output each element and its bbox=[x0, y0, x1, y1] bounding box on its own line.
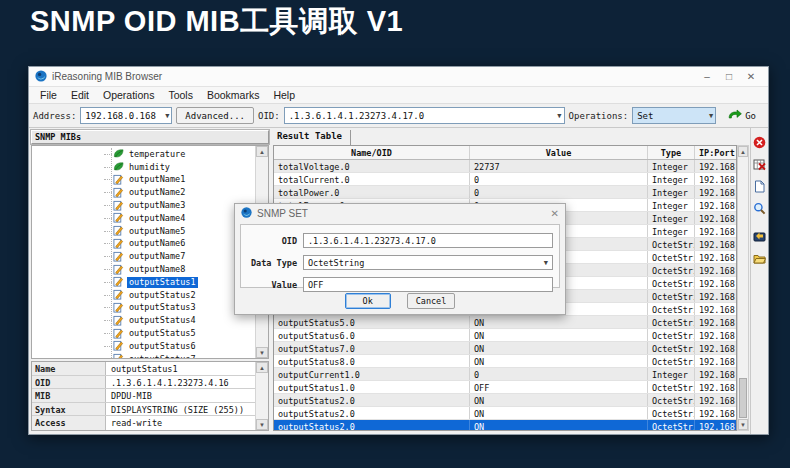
result-table-scrollbar[interactable]: ▲ ▼ bbox=[737, 145, 749, 431]
tree-item-outputStatus7[interactable]: outputStatus7 bbox=[32, 353, 255, 358]
ok-button[interactable]: Ok bbox=[345, 293, 391, 309]
cell-ip-port: 192.168.0... bbox=[695, 251, 736, 263]
tree-item-temperature[interactable]: temperature bbox=[32, 148, 255, 161]
table-row[interactable]: totalPower.00Integer192.168.0... bbox=[274, 186, 736, 199]
cell-ip-port: 192.168.0... bbox=[695, 173, 736, 185]
clear-table-icon[interactable] bbox=[753, 157, 767, 171]
tree-item-outputName4[interactable]: outputName4 bbox=[32, 212, 255, 225]
cell-type: OctetString bbox=[648, 316, 695, 328]
mib-panel-header: SNMP MIBs bbox=[31, 130, 269, 144]
table-row[interactable]: outputStatus2.0ONOctetString192.168.0... bbox=[274, 420, 736, 431]
cell-type: Integer bbox=[648, 212, 695, 224]
tree-item-outputStatus1[interactable]: outputStatus1 bbox=[32, 276, 255, 289]
column-header-nameoid[interactable]: Name/OID bbox=[274, 146, 470, 159]
go-arrows-icon bbox=[728, 109, 742, 123]
cell-name-oid: outputStatus2.0 bbox=[274, 407, 470, 419]
data-type-select[interactable]: OctetString▼ bbox=[303, 255, 553, 270]
scroll-down-icon[interactable]: ▼ bbox=[256, 419, 268, 430]
value-input[interactable]: OFF bbox=[303, 277, 553, 292]
cell-type: Integer bbox=[648, 186, 695, 198]
menu-tools[interactable]: Tools bbox=[161, 89, 200, 101]
tree-item-outputName6[interactable]: outputName6 bbox=[32, 238, 255, 251]
menu-file[interactable]: File bbox=[33, 89, 64, 101]
tree-connector bbox=[104, 282, 112, 283]
oid-combobox[interactable]: .1.3.6.1.4.1.23273.4.17.0 ▼ bbox=[284, 107, 565, 124]
table-row[interactable]: outputStatus1.0OFFOctetString192.168.0..… bbox=[274, 381, 736, 394]
menu-bookmarks[interactable]: Bookmarks bbox=[200, 89, 267, 101]
tree-item-outputName2[interactable]: outputName2 bbox=[32, 186, 255, 199]
new-document-icon[interactable] bbox=[753, 179, 767, 193]
tree-item-outputName1[interactable]: outputName1 bbox=[32, 174, 255, 187]
table-row[interactable]: outputCurrent1.00Integer192.168.0... bbox=[274, 368, 736, 381]
cell-name-oid: outputStatus1.0 bbox=[274, 381, 470, 393]
column-header-ipport[interactable]: IP:Port bbox=[695, 146, 736, 159]
table-row[interactable]: totalCurrent.00Integer192.168.0... bbox=[274, 173, 736, 186]
cell-type: Integer bbox=[648, 199, 695, 211]
side-toolbar bbox=[750, 128, 768, 434]
tree-item-label: outputStatus6 bbox=[127, 341, 198, 352]
table-row[interactable]: outputStatus6.0ONOctetString192.168.0... bbox=[274, 329, 736, 342]
table-row[interactable]: outputStatus5.0ONOctetString192.168.0... bbox=[274, 316, 736, 329]
operations-combobox[interactable]: Set ▼ bbox=[632, 107, 716, 124]
scrollbar-thumb[interactable] bbox=[739, 378, 747, 418]
detail-value: read-write bbox=[106, 416, 255, 430]
table-row[interactable]: outputStatus8.0ONOctetString192.168.0... bbox=[274, 355, 736, 368]
scroll-up-icon[interactable]: ▲ bbox=[256, 146, 268, 157]
table-row[interactable]: totalVoltage.022737Integer192.168.0... bbox=[274, 160, 736, 173]
dialog-logo-icon bbox=[241, 204, 252, 222]
detail-scrollbar[interactable]: ▲ ▼ bbox=[255, 362, 268, 430]
dialog-field-oid: OID.1.3.6.1.4.1.23273.4.17.0 bbox=[241, 233, 553, 248]
tree-item-label: outputStatus5 bbox=[127, 328, 198, 339]
export-icon[interactable] bbox=[753, 229, 767, 243]
cell-ip-port: 192.168.0... bbox=[695, 329, 736, 341]
menu-operations[interactable]: Operations bbox=[96, 89, 161, 101]
tree-item-outputStatus3[interactable]: outputStatus3 bbox=[32, 302, 255, 315]
minimize-button[interactable]: – bbox=[696, 71, 718, 82]
tree-item-label: outputName5 bbox=[127, 226, 187, 237]
tab-result-table[interactable]: Result Table bbox=[273, 130, 351, 145]
tree-item-label: outputStatus3 bbox=[127, 302, 198, 313]
find-icon[interactable] bbox=[753, 201, 767, 215]
open-folder-icon[interactable] bbox=[753, 251, 767, 265]
scroll-up-icon[interactable]: ▲ bbox=[256, 362, 268, 373]
table-row[interactable]: outputStatus2.0ONOctetString192.168.0... bbox=[274, 407, 736, 420]
window-titlebar: iReasoning MIB Browser – □ ✕ bbox=[29, 67, 768, 87]
cell-value: ON bbox=[470, 316, 648, 328]
close-button[interactable]: ✕ bbox=[740, 71, 762, 82]
tree-item-outputStatus6[interactable]: outputStatus6 bbox=[32, 340, 255, 353]
menu-help[interactable]: Help bbox=[266, 89, 302, 101]
go-button[interactable]: Go bbox=[720, 109, 764, 123]
cell-ip-port: 192.168.0... bbox=[695, 316, 736, 328]
cell-value: ON bbox=[470, 342, 648, 354]
tree-item-outputName7[interactable]: outputName7 bbox=[32, 250, 255, 263]
menu-edit[interactable]: Edit bbox=[64, 89, 96, 101]
tree-item-outputStatus5[interactable]: outputStatus5 bbox=[32, 327, 255, 340]
tree-item-outputStatus2[interactable]: outputStatus2 bbox=[32, 289, 255, 302]
maximize-button[interactable]: □ bbox=[718, 71, 740, 82]
column-header-value[interactable]: Value bbox=[470, 146, 648, 159]
tree-item-outputStatus4[interactable]: outputStatus4 bbox=[32, 314, 255, 327]
scroll-up-icon[interactable]: ▲ bbox=[738, 146, 748, 157]
scroll-down-icon[interactable]: ▼ bbox=[738, 419, 748, 430]
dialog-close-icon[interactable]: ✕ bbox=[551, 208, 559, 219]
detail-label: Access bbox=[32, 416, 106, 430]
table-row[interactable]: outputStatus7.0ONOctetString192.168.0... bbox=[274, 342, 736, 355]
cell-type: OctetString bbox=[648, 355, 695, 367]
cancel-button[interactable]: Cancel bbox=[407, 293, 456, 309]
address-combobox[interactable]: 192.168.0.168 ▼ bbox=[80, 107, 172, 124]
cell-name-oid: outputStatus2.0 bbox=[274, 420, 470, 431]
column-header-type[interactable]: Type bbox=[648, 146, 695, 159]
advanced-button[interactable]: Advanced... bbox=[176, 107, 254, 124]
scroll-down-icon[interactable]: ▼ bbox=[256, 347, 268, 358]
tree-item-outputName5[interactable]: outputName5 bbox=[32, 225, 255, 238]
stop-icon[interactable] bbox=[753, 135, 767, 149]
tree-item-humidity[interactable]: humidity bbox=[32, 161, 255, 174]
table-row[interactable]: outputStatus2.0ONOctetString192.168.0... bbox=[274, 394, 736, 407]
cell-ip-port: 192.168.0... bbox=[695, 212, 736, 224]
cell-ip-port: 192.168.0... bbox=[695, 420, 736, 431]
oid-input[interactable]: .1.3.6.1.4.1.23273.4.17.0 bbox=[303, 233, 553, 248]
tree-connector bbox=[104, 269, 112, 270]
tree-item-outputName8[interactable]: outputName8 bbox=[32, 263, 255, 276]
cell-ip-port: 192.168.0... bbox=[695, 225, 736, 237]
tree-item-outputName3[interactable]: outputName3 bbox=[32, 199, 255, 212]
